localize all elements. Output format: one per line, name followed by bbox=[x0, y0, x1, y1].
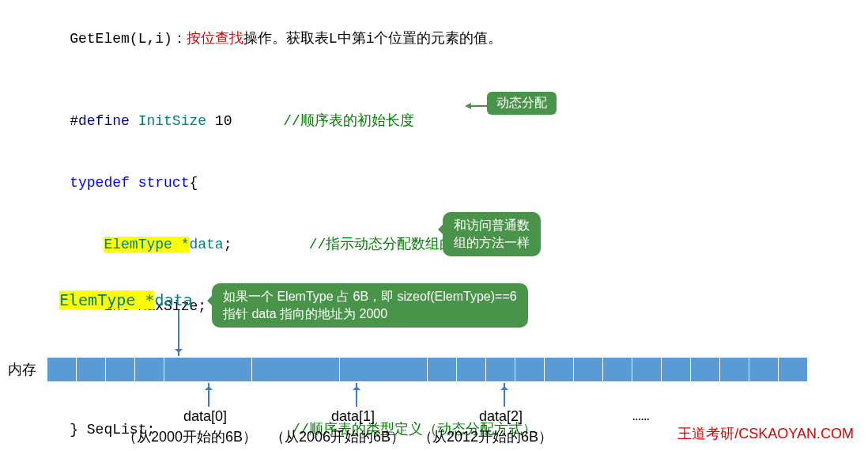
addr-range-label: （从2012开始的6B） bbox=[418, 427, 553, 446]
pointer-arrow-icon bbox=[178, 310, 179, 356]
watermark: 王道考研/CSKAOYAN.COM bbox=[677, 424, 854, 443]
arrow-icon bbox=[504, 383, 505, 407]
title-line: GetElem(L,i)：按位查找操作。获取表L中第i个位置的元素的值。 bbox=[36, 8, 852, 70]
pointer-declaration: ElemType *data bbox=[59, 290, 193, 309]
speech-sizeof: 如果一个 ElemType 占 6B，即 sizeof(ElemType)==6… bbox=[212, 283, 528, 328]
addr-range-label: （从2006开始的6B） bbox=[270, 427, 405, 446]
arrow-icon bbox=[356, 383, 357, 407]
ellipsis: …… bbox=[632, 408, 650, 424]
code-line-typedef: typedef struct{ bbox=[36, 152, 852, 214]
data-index-label: data[1] bbox=[331, 408, 375, 425]
badge-dynamic-alloc: 动态分配 bbox=[487, 92, 557, 115]
memory-row bbox=[47, 358, 854, 381]
data-index-label: data[2] bbox=[479, 408, 523, 425]
arrow-icon bbox=[465, 101, 487, 111]
svg-marker-1 bbox=[465, 103, 471, 109]
addr-range-label: （从2000开始的6B） bbox=[123, 427, 257, 446]
data-index-label: data[0] bbox=[183, 408, 227, 425]
speech-array-access: 和访问普通数 组的方法一样 bbox=[443, 212, 541, 256]
arrow-icon bbox=[208, 383, 209, 407]
memory-label: 内存 bbox=[8, 360, 36, 379]
code-line-define: #define InitSize 10 //顺序表的初始长度 bbox=[36, 90, 852, 152]
